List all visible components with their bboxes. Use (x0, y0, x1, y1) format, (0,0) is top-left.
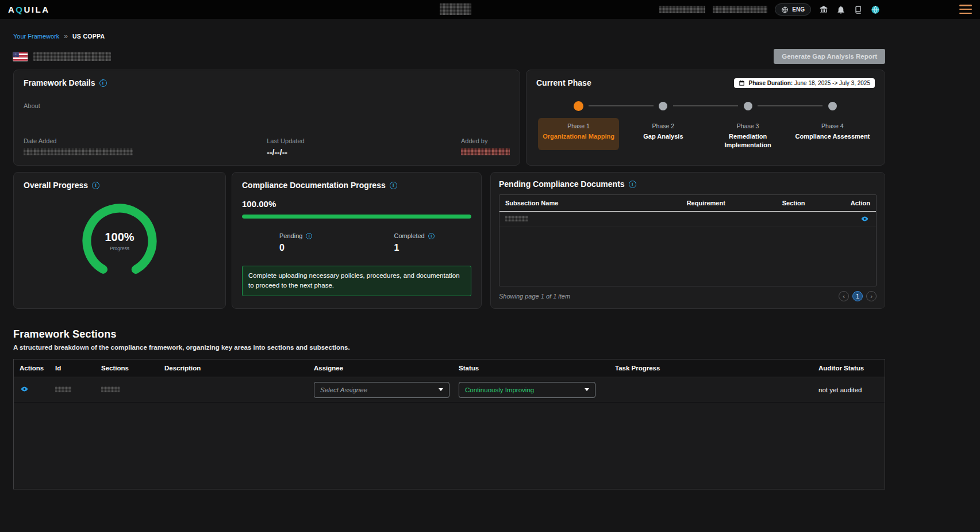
pdoc-col-section: Section (761, 200, 827, 206)
framework-details-title: Framework Details (24, 78, 95, 87)
col-sections: Sections (101, 365, 164, 372)
topbar-redacted-center (440, 3, 471, 15)
info-icon[interactable]: i (390, 182, 397, 189)
documentation-progress-bar (242, 215, 471, 219)
status-select-value: Continuously Improving (465, 386, 534, 393)
phase-3-name: Remediation Implementation (710, 132, 786, 150)
phase-step-3[interactable]: Phase 3 Remediation Implementation (706, 101, 790, 154)
page-title-row: Generate Gap Analysis Report (13, 49, 885, 64)
documentation-progress-title: Compliance Documentation Progress (242, 181, 386, 190)
phase-1-name: Organizational Mapping (540, 132, 617, 141)
pending-documents-footer: Showing page 1 of 1 item ‹ 1 › (499, 291, 877, 301)
pending-document-row (499, 212, 876, 227)
view-document-eye-icon[interactable] (860, 215, 870, 223)
language-label: ENG (792, 6, 805, 13)
phase-step-4[interactable]: Phase 4 Compliance Assessment (790, 101, 875, 154)
brand-logo-accent: Q (16, 5, 24, 14)
documentation-message: Complete uploading necessary policies, p… (242, 266, 471, 296)
added-by-value-redacted (461, 148, 510, 155)
generate-gap-analysis-report-button[interactable]: Generate Gap Analysis Report (774, 49, 885, 64)
globe-badge-icon[interactable] (870, 5, 880, 14)
pdoc-col-action: Action (827, 200, 870, 206)
documentation-book-icon[interactable] (853, 5, 863, 14)
chevron-down-icon (439, 388, 443, 391)
col-task-progress: Task Progress (615, 365, 818, 372)
framework-sections-table: Actions Id Sections Description Assignee… (13, 359, 885, 489)
brand-logo[interactable]: AQUILA (8, 5, 50, 14)
breadcrumb-separator-icon: » (64, 32, 68, 40)
topbar-redacted-org (713, 6, 767, 13)
pagination-page-1[interactable]: 1 (852, 291, 863, 301)
pagination-prev-icon[interactable]: ‹ (839, 291, 849, 301)
phase-2-label: Phase 2 (625, 123, 701, 129)
chevron-down-icon (585, 388, 589, 391)
brand-logo-text: A (8, 5, 16, 14)
current-phase-title: Current Phase (536, 78, 591, 87)
info-icon[interactable]: i (92, 182, 99, 189)
view-section-eye-icon[interactable] (20, 385, 30, 393)
col-description: Description (164, 365, 314, 372)
pagination-next-icon[interactable]: › (866, 291, 877, 301)
overall-progress-title: Overall Progress (24, 181, 88, 190)
framework-sections-header: Framework Sections A structured breakdow… (13, 328, 885, 351)
framework-sections-subtitle: A structured breakdown of the compliance… (13, 344, 885, 351)
language-globe-icon (781, 6, 789, 13)
framework-sections-title: Framework Sections (13, 328, 885, 340)
breadcrumb-your-framework[interactable]: Your Framework (13, 33, 59, 40)
overall-progress-card: Overall Progress i 100% Progress (13, 172, 226, 309)
completed-label: Completed (394, 232, 425, 239)
added-by-label: Added by (461, 137, 510, 144)
col-assignee: Assignee (314, 365, 459, 372)
pending-count: 0 (279, 243, 357, 253)
breadcrumb-current: US COPPA (72, 33, 105, 40)
language-selector[interactable]: ENG (775, 3, 811, 16)
documentation-percent: 100.00% (242, 199, 471, 209)
pdoc-col-requirement: Requirement (651, 200, 761, 206)
framework-details-card: Framework Details i About Date Added Las… (13, 70, 520, 166)
phase-stepper: Phase 1 Organizational Mapping Phase 2 G… (536, 101, 875, 154)
documentation-progress-card: Compliance Documentation Progress i 100.… (232, 172, 482, 309)
sections-table-empty-area (14, 403, 885, 489)
pagination-caption: Showing page 1 of 1 item (499, 293, 570, 300)
info-icon[interactable]: i (306, 233, 312, 239)
auditor-status-value: not yet audited (818, 386, 879, 393)
breadcrumb: Your Framework » US COPPA (13, 32, 885, 40)
date-added-value-redacted (24, 148, 133, 155)
phase-4-dot (828, 102, 837, 110)
calendar-icon (739, 80, 745, 86)
section-name-redacted (101, 386, 120, 392)
gauge-percent: 100% (105, 231, 134, 244)
pdoc-col-subsection: Subsection Name (505, 200, 651, 206)
pending-label: Pending (279, 232, 302, 239)
menu-icon[interactable] (959, 5, 972, 14)
phase-3-dot (744, 102, 752, 110)
col-id: Id (55, 365, 101, 372)
phase-step-2[interactable]: Phase 2 Gap Analysis (621, 101, 705, 154)
phase-step-1[interactable]: Phase 1 Organizational Mapping (536, 101, 621, 154)
notifications-bell-icon[interactable] (836, 5, 846, 14)
info-icon[interactable]: i (99, 79, 107, 87)
progress-gauge: 100% Progress (76, 198, 163, 284)
pending-documents-card: Pending Compliance Documents i Subsectio… (490, 172, 885, 309)
phase-2-name: Gap Analysis (625, 132, 701, 141)
brand-logo-rest: UILA (24, 5, 50, 14)
phase-duration-label: Phase Duration: (748, 80, 793, 86)
phase-1-label: Phase 1 (540, 123, 617, 129)
pending-documents-title: Pending Compliance Documents (499, 179, 625, 189)
topbar-actions: ENG (659, 3, 880, 16)
phase-1-dot (574, 101, 583, 111)
organization-icon[interactable] (818, 5, 828, 14)
info-icon[interactable]: i (629, 181, 636, 188)
col-actions: Actions (20, 365, 55, 372)
info-icon[interactable]: i (428, 233, 435, 239)
col-status: Status (459, 365, 615, 372)
last-updated-label: Last Updated (267, 137, 461, 144)
date-added-label: Date Added (24, 137, 267, 144)
phase-4-name: Compliance Assessment (794, 132, 871, 141)
status-select[interactable]: Continuously Improving (459, 382, 595, 398)
assignee-select-value: Select Assignee (320, 386, 367, 393)
assignee-select[interactable]: Select Assignee (314, 382, 449, 398)
phase-duration-value: June 18, 2025 -> July 3, 2025 (794, 80, 870, 86)
completed-count: 1 (394, 243, 472, 253)
pending-documents-table: Subsection Name Requirement Section Acti… (499, 194, 877, 286)
